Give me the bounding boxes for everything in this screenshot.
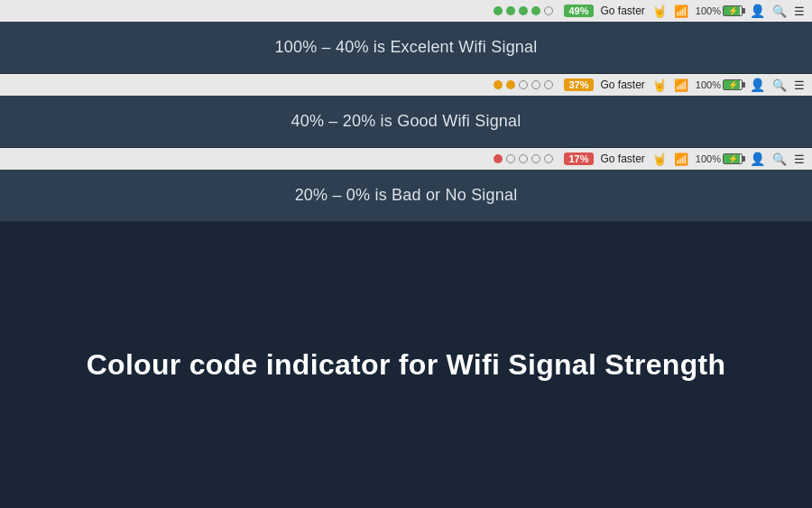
go-faster-label-3: Go faster (601, 152, 645, 165)
dot-3-5 (544, 154, 553, 163)
dot-2-3 (519, 80, 528, 89)
hand-icon-2: 🤘 (652, 79, 667, 92)
menu-bar-1: 49% Go faster 🤘 📶 100% ⚡ 👤 🔍 ☰ (0, 0, 812, 22)
footer-section: Colour code indicator for Wifi Signal St… (0, 222, 812, 508)
dots-1 (494, 6, 553, 15)
dot-1-5 (544, 6, 553, 15)
dot-2-4 (531, 80, 540, 89)
battery-box-1: ⚡ (723, 5, 743, 16)
user-icon-3: 👤 (750, 152, 765, 166)
dot-2-5 (544, 80, 553, 89)
section-excellent: 49% Go faster 🤘 📶 100% ⚡ 👤 🔍 ☰ 100% – 40… (0, 0, 812, 73)
dots-2 (494, 80, 553, 89)
dot-1-4 (531, 6, 540, 15)
section-good: 37% Go faster 🤘 📶 100% ⚡ 👤 🔍 ☰ 40% – 20%… (0, 74, 812, 147)
section-bad: 17% Go faster 🤘 📶 100% ⚡ 👤 🔍 ☰ 20% – 0% … (0, 148, 812, 221)
menu-bar-3: 17% Go faster 🤘 📶 100% ⚡ 👤 🔍 ☰ (0, 148, 812, 170)
label-bad: 20% – 0% is Bad or No Signal (0, 170, 812, 221)
wifi-icon-1: 📶 (674, 5, 688, 18)
dot-3-4 (531, 154, 540, 163)
label-text-3: 20% – 0% is Bad or No Signal (295, 186, 518, 205)
hand-icon-3: 🤘 (652, 152, 667, 166)
label-text-1: 100% – 40% is Excelent Wifi Signal (275, 38, 538, 57)
dot-3-3 (519, 154, 528, 163)
dot-3-1 (494, 154, 503, 163)
go-faster-label-2: Go faster (601, 79, 645, 91)
list-icon-3: ☰ (794, 152, 805, 166)
dot-1-3 (519, 6, 528, 15)
battery-pct-1: 100% (696, 5, 721, 16)
lightning-1: ⚡ (728, 6, 738, 15)
dots-3 (494, 154, 553, 163)
label-text-2: 40% – 20% is Good Wifi Signal (291, 112, 521, 131)
lightning-2: ⚡ (728, 80, 738, 89)
footer-text: Colour code indicator for Wifi Signal St… (87, 348, 726, 382)
battery-pct-2: 100% (696, 79, 721, 90)
search-icon-1: 🔍 (772, 5, 787, 18)
dot-2-1 (494, 80, 503, 89)
badge-2: 37% (564, 79, 593, 91)
badge-3: 17% (564, 152, 593, 165)
badge-1: 49% (564, 5, 593, 17)
label-excellent: 100% – 40% is Excelent Wifi Signal (0, 22, 812, 73)
battery-pct-3: 100% (696, 153, 721, 164)
battery-box-3: ⚡ (723, 153, 743, 164)
dot-2-2 (506, 80, 515, 89)
lightning-3: ⚡ (728, 154, 738, 163)
wifi-icon-3: 📶 (674, 152, 688, 166)
search-icon-3: 🔍 (772, 152, 787, 166)
battery-box-2: ⚡ (723, 79, 743, 90)
battery-3: 100% ⚡ (696, 153, 743, 164)
search-icon-2: 🔍 (772, 79, 787, 92)
battery-2: 100% ⚡ (696, 79, 743, 90)
dot-3-2 (506, 154, 515, 163)
battery-1: 100% ⚡ (696, 5, 743, 16)
label-good: 40% – 20% is Good Wifi Signal (0, 96, 812, 147)
dot-1-2 (506, 6, 515, 15)
wifi-icon-2: 📶 (674, 79, 688, 92)
go-faster-label-1: Go faster (601, 5, 645, 17)
hand-icon-1: 🤘 (652, 5, 667, 18)
list-icon-1: ☰ (794, 5, 805, 18)
user-icon-1: 👤 (750, 4, 765, 18)
menu-bar-2: 37% Go faster 🤘 📶 100% ⚡ 👤 🔍 ☰ (0, 74, 812, 96)
user-icon-2: 👤 (750, 78, 765, 92)
dot-1-1 (494, 6, 503, 15)
list-icon-2: ☰ (794, 79, 805, 92)
